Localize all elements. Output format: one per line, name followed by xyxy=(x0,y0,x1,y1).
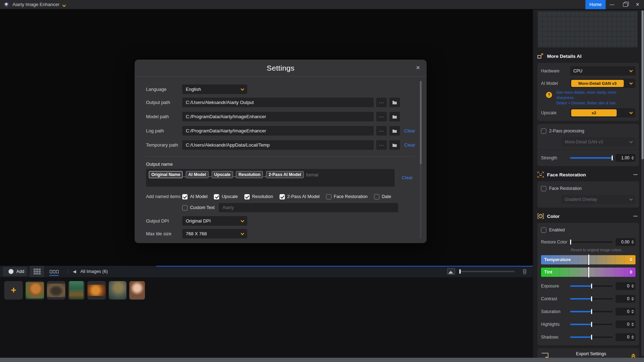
temp-path-folder-button[interactable] xyxy=(389,140,400,150)
app-menu-chevron-icon[interactable] xyxy=(63,1,65,8)
temp-path-browse-button[interactable]: ··· xyxy=(376,140,387,150)
thumbnail-terrarium[interactable] xyxy=(68,281,85,300)
color-enabled-checkbox[interactable]: Enabled xyxy=(541,226,635,234)
add-image-tile[interactable]: + xyxy=(4,281,23,300)
highlights-slider[interactable] xyxy=(570,324,613,325)
log-path-browse-button[interactable]: ··· xyxy=(376,126,387,136)
checkbox-ai-model[interactable]: AI Model xyxy=(182,194,207,199)
saturation-slider[interactable] xyxy=(570,311,613,312)
thumbnail-zoom-handle[interactable] xyxy=(459,269,461,274)
model-path-browse-button[interactable]: ··· xyxy=(376,112,387,121)
exposure-stepper[interactable] xyxy=(631,284,634,288)
model-path-folder-button[interactable] xyxy=(389,112,400,121)
thumbnail-burger[interactable] xyxy=(87,281,106,300)
output-dpi-select[interactable]: Original DPI xyxy=(182,216,247,226)
token-original-name[interactable]: Original Name xyxy=(149,171,183,178)
dialog-scrollbar[interactable] xyxy=(420,81,422,239)
sidebar-scrollbar[interactable] xyxy=(642,10,644,356)
token-upscale[interactable]: Upscale xyxy=(212,171,233,178)
shadows-stepper[interactable] xyxy=(631,335,634,339)
exposure-value-box[interactable]: 0 xyxy=(616,282,635,290)
temp-path-clear-link[interactable]: Clear xyxy=(404,142,415,148)
checkbox-date[interactable]: Date xyxy=(374,194,391,199)
maximize-button[interactable] xyxy=(618,0,631,9)
dialog-scrollbar-thumb[interactable] xyxy=(420,81,422,164)
token-ai-model[interactable]: AI Model xyxy=(186,171,209,178)
strength-slider-handle[interactable] xyxy=(612,155,613,160)
strength-value-box[interactable]: 1.00 xyxy=(616,154,635,162)
output-path-browse-button[interactable]: ··· xyxy=(376,98,387,107)
face-restoration-checkbox[interactable]: Face Restoration xyxy=(541,185,635,192)
close-window-button[interactable]: ✕ xyxy=(631,0,644,9)
all-images-label[interactable]: All Images (6) xyxy=(80,269,108,274)
language-select[interactable]: English xyxy=(182,84,247,94)
collapse-icon[interactable] xyxy=(633,174,638,175)
temperature-bar[interactable]: Temperature 0 xyxy=(541,255,635,264)
restore-color-stepper[interactable] xyxy=(631,240,634,244)
shadows-handle[interactable] xyxy=(591,335,592,340)
sidebar-scrollbar-thumb[interactable] xyxy=(642,10,644,159)
checkbox-upscale[interactable]: Upscale xyxy=(214,194,238,199)
exposure-slider[interactable] xyxy=(570,285,613,287)
contrast-value-box[interactable]: 0 xyxy=(616,295,635,303)
checkbox-resolution[interactable]: Resolution xyxy=(244,194,273,199)
help-icon[interactable]: ? xyxy=(546,92,552,98)
back-arrow-icon[interactable]: ◀ xyxy=(73,269,76,274)
saturation-value-box[interactable]: 0 xyxy=(616,308,635,316)
model-path-input[interactable]: C:/ProgramData/Aiarty/ImageEnhancer xyxy=(182,112,374,121)
saturation-handle[interactable] xyxy=(591,309,592,314)
output-path-folder-button[interactable] xyxy=(389,98,400,107)
collapse-icon[interactable] xyxy=(633,216,638,216)
dialog-close-icon[interactable]: ✕ xyxy=(416,65,420,71)
horizontal-scrollbar[interactable] xyxy=(0,358,644,362)
add-button[interactable]: + Add xyxy=(3,267,27,276)
hardware-select[interactable]: CPU xyxy=(570,66,635,76)
highlights-handle[interactable] xyxy=(591,322,592,327)
output-name-token-field[interactable]: Original Name _ AI Model _ Upscale _ Res… xyxy=(146,169,395,187)
two-pass-checkbox[interactable]: 2-Pass processing xyxy=(541,127,635,135)
saturation-stepper[interactable] xyxy=(631,310,634,313)
contrast-stepper[interactable] xyxy=(631,297,634,301)
filmstrip-view-button[interactable] xyxy=(47,266,61,277)
thumbnail-zoom-slider[interactable] xyxy=(459,271,514,272)
tint-bar[interactable]: Tint 0 xyxy=(541,268,635,277)
log-path-clear-link[interactable]: Clear xyxy=(404,128,415,133)
strength-stepper[interactable] xyxy=(631,156,634,160)
ai-model-select[interactable]: More-Detail GAN v3 xyxy=(570,79,635,88)
log-path-folder-button[interactable] xyxy=(389,126,400,136)
highlights-stepper[interactable] xyxy=(631,323,634,326)
overlay-select[interactable]: Gradient Overlay xyxy=(562,195,635,204)
home-button[interactable]: Home xyxy=(585,0,606,9)
output-name-clear-link[interactable]: Clear xyxy=(402,175,413,180)
strength-slider[interactable] xyxy=(570,157,613,159)
highlights-value-box[interactable]: 0 xyxy=(616,320,635,328)
token-2pass-ai-model[interactable]: 2-Pass AI Model xyxy=(266,171,304,178)
shadows-value-box[interactable]: 0 xyxy=(616,333,635,341)
thumbnail-portrait[interactable] xyxy=(129,281,145,300)
max-tile-select[interactable]: 768 X 768 xyxy=(182,229,247,238)
token-resolution[interactable]: Resolution xyxy=(236,171,263,178)
minimize-button[interactable]: — xyxy=(606,0,618,9)
export-settings-panel[interactable]: Export Settings PNG [8 bits] xyxy=(537,348,639,358)
thumbnail-tiger[interactable] xyxy=(26,281,44,300)
shadows-slider[interactable] xyxy=(570,336,613,338)
restore-color-slider[interactable] xyxy=(570,241,613,243)
grid-view-button[interactable] xyxy=(30,266,44,277)
thumbnail-dog[interactable] xyxy=(109,281,126,300)
output-path-input[interactable]: C:/Users/Aleksandr/Aiarty Output xyxy=(182,98,374,107)
checkbox-2pass-ai-model[interactable]: 2-Pass AI Model xyxy=(280,194,320,199)
log-path-input[interactable]: C:/ProgramData/Aiarty/ImageEnhancer xyxy=(182,126,374,136)
temp-path-input[interactable]: C:/Users/Aleksandr/AppData/Local/Temp xyxy=(182,140,374,150)
checkbox-custom-text[interactable]: Custom Text xyxy=(182,205,215,210)
custom-text-input[interactable] xyxy=(219,203,398,212)
upscale-select[interactable]: x2 xyxy=(570,108,635,117)
exposure-handle[interactable] xyxy=(591,284,592,289)
temperature-marker[interactable] xyxy=(588,254,589,265)
expand-export-chevrons-icon[interactable] xyxy=(632,354,635,358)
restore-color-value-box[interactable]: 0.00 xyxy=(616,238,635,246)
contrast-slider[interactable] xyxy=(570,298,613,300)
tint-marker[interactable] xyxy=(588,267,589,278)
two-pass-model-select[interactable]: More-Detail GAN v3 xyxy=(562,137,635,147)
contrast-handle[interactable] xyxy=(591,296,592,301)
checkbox-face-restoration[interactable]: Face Restoration xyxy=(326,194,368,199)
